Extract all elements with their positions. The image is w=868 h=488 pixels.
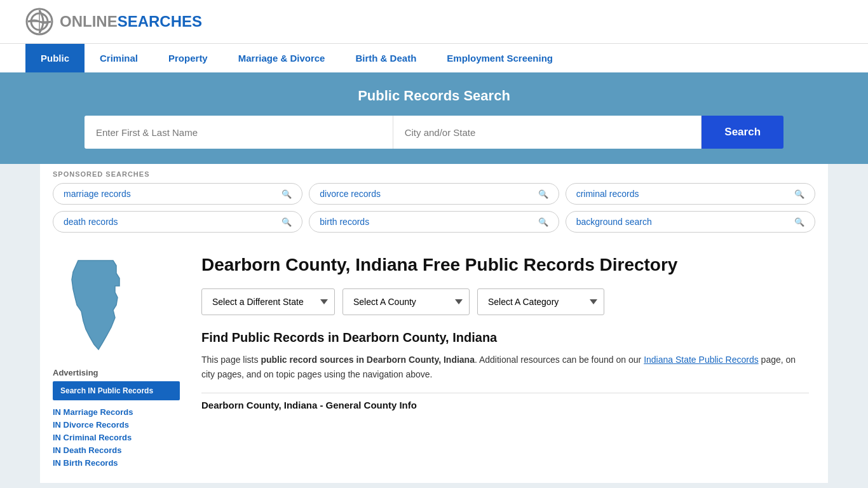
sidebar-ad-button[interactable]: Search IN Public Records [53,381,180,400]
find-records-title: Find Public Records in Dearborn County, … [201,330,809,345]
nav-item-employment[interactable]: Employment Screening [431,44,568,72]
category-dropdown[interactable]: Select A Category [477,288,604,315]
logo-wordmark: ONLINESEARCHES [60,13,202,30]
search-row: Search [85,116,783,149]
location-input[interactable] [393,116,702,149]
list-item: IN Death Records [53,445,180,455]
indiana-state-link[interactable]: Indiana State Public Records [644,355,759,365]
sponsored-tag-criminal[interactable]: criminal records 🔍 [566,183,815,205]
nav-item-property[interactable]: Property [153,44,223,72]
sponsored-tag-birth[interactable]: birth records 🔍 [309,211,559,233]
search-icon: 🔍 [794,217,804,227]
list-item: IN Divorce Records [53,419,180,430]
desc-bold: public record sources in Dearborn County… [261,355,475,365]
desc-text-1: This page lists [201,355,261,365]
county-dropdown[interactable]: Select A County [342,288,470,315]
sponsored-grid: marriage records 🔍 divorce records 🔍 cri… [53,183,815,233]
main-nav: Public Criminal Property Marriage & Divo… [0,43,868,72]
sidebar-link-marriage[interactable]: IN Marriage Records [53,407,133,417]
state-map [53,254,180,358]
page-title: Dearborn County, Indiana Free Public Rec… [201,254,809,276]
search-icon: 🔍 [281,189,292,199]
name-input[interactable] [85,116,393,149]
state-dropdown[interactable]: Select a Different State [201,288,335,315]
sponsored-tag-marriage[interactable]: marriage records 🔍 [53,183,302,205]
desc-text-2: . Additional resources can be found on o… [475,355,644,365]
list-item: IN Birth Records [53,458,180,468]
county-info-title: Dearborn County, Indiana - General Count… [201,400,809,410]
nav-item-public[interactable]: Public [25,44,85,72]
sponsored-tag-death[interactable]: death records 🔍 [53,211,302,233]
search-icon: 🔍 [538,217,548,227]
main-wrapper: Advertising Search IN Public Records IN … [40,241,828,483]
sponsored-tag-label: background search [576,217,652,227]
sponsored-tag-label: birth records [320,217,369,227]
sidebar-ad-label: Advertising [53,368,180,377]
search-icon: 🔍 [281,217,292,227]
search-banner-title: Public Records Search [25,88,843,104]
nav-item-marriage-divorce[interactable]: Marriage & Divorce [223,44,341,72]
dropdowns-row: Select a Different State Select A County… [201,288,809,315]
logo-icon [25,8,53,36]
sidebar-link-criminal[interactable]: IN Criminal Records [53,433,132,442]
sponsored-label: SPONSORED SEARCHES [53,170,815,178]
search-banner: Public Records Search Search [0,72,868,164]
sponsored-tag-label: divorce records [320,189,381,199]
sponsored-tag-label: criminal records [576,189,639,199]
sponsored-tag-label: marriage records [64,189,131,199]
sponsored-section: SPONSORED SEARCHES marriage records 🔍 di… [40,164,828,233]
sidebar: Advertising Search IN Public Records IN … [53,254,180,470]
section-divider [201,393,809,393]
sidebar-links: IN Marriage Records IN Divorce Records I… [53,407,180,468]
content-inner: Dearborn County, Indiana Free Public Rec… [195,254,815,410]
list-item: IN Criminal Records [53,432,180,442]
sponsored-tag-label: death records [64,217,118,227]
sidebar-link-divorce[interactable]: IN Divorce Records [53,420,129,430]
sidebar-link-death[interactable]: IN Death Records [53,445,121,455]
search-icon: 🔍 [538,189,548,199]
main-content: Dearborn County, Indiana Free Public Rec… [195,254,815,470]
search-icon: 🔍 [794,189,804,199]
find-records-desc: This page lists public record sources in… [201,353,809,383]
list-item: IN Marriage Records [53,407,180,417]
sponsored-tag-background[interactable]: background search 🔍 [566,211,815,233]
sidebar-link-birth[interactable]: IN Birth Records [53,458,118,468]
indiana-map-icon [53,254,142,356]
nav-item-criminal[interactable]: Criminal [85,44,153,72]
logo: ONLINESEARCHES [25,8,202,36]
sponsored-tag-divorce[interactable]: divorce records 🔍 [309,183,559,205]
nav-item-birth-death[interactable]: Birth & Death [340,44,431,72]
header: ONLINESEARCHES [0,0,868,43]
search-button[interactable]: Search [702,116,783,149]
